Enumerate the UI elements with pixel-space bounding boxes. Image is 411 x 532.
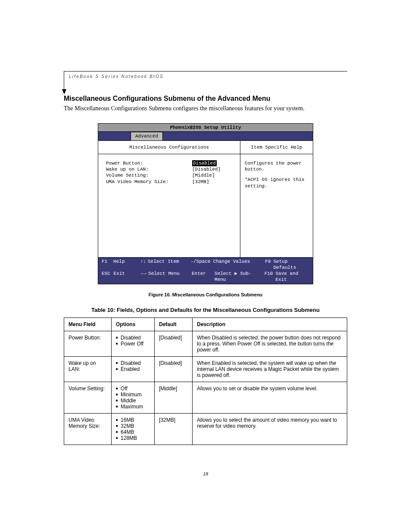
table-row: Power Button:DisabledPower Off[Disabled]…: [64, 331, 347, 356]
bios-key-label: Select ▶ Sub-Menu: [215, 271, 262, 283]
option-item: 128MB: [116, 435, 150, 441]
option-item: Minimum: [116, 392, 150, 398]
th-description: Description: [193, 317, 347, 331]
bios-footer: F1 Help ↑↓ Select Item -/Space Change Va…: [98, 257, 313, 284]
fields-table: Menu Field Options Default Description P…: [64, 317, 347, 445]
bios-key: F9: [260, 258, 273, 271]
cell-menu-field: Wake up on LAN:: [64, 356, 112, 382]
cell-menu-field: UMA Video Memory Size:: [64, 413, 112, 445]
option-item: Power Off: [116, 341, 150, 347]
bios-key-label: Exit: [113, 271, 137, 283]
bios-field-row[interactable]: Power Button: Disabled: [106, 160, 240, 166]
cell-default: [Disabled]: [155, 356, 193, 382]
bios-field-row[interactable]: Volume Setting: [Middle]: [106, 172, 240, 178]
cell-default: [Disabled]: [155, 331, 193, 356]
bios-help-title: Item Specific Help: [240, 141, 313, 154]
option-item: Disabled: [116, 335, 150, 341]
bios-field-value[interactable]: [Disabled]: [192, 166, 221, 172]
bios-key: F1: [102, 258, 113, 271]
bios-field-row[interactable]: UMA Video Memory Size: [32MB]: [106, 179, 240, 185]
section-title: Miscellaneous Configurations Submenu of …: [64, 95, 347, 103]
option-item: Maximum: [116, 404, 150, 410]
cell-options: OffMinimumMiddleMaximum: [112, 382, 155, 413]
bios-field-label: Volume Setting:: [106, 172, 192, 178]
bios-key: F10: [262, 271, 276, 283]
bios-submenu-title: Miscellaneous Configurations: [98, 141, 240, 154]
cell-description: When Disabled is selected, the power but…: [193, 331, 347, 356]
bios-key: ESC: [102, 271, 113, 283]
option-item: 16MB: [116, 417, 150, 423]
bios-key-label: Help: [113, 258, 137, 271]
cell-description: Allows you to select the amount of video…: [193, 413, 347, 445]
page-number: 18: [64, 471, 347, 477]
bios-key-label: Change Values: [213, 258, 260, 271]
bios-key: Enter: [192, 271, 215, 283]
cell-description: When Enabled is selected, the system wil…: [193, 356, 347, 382]
bios-help-body: Configures the power button. *ACPI OS ig…: [240, 154, 313, 195]
header-rule-left: [64, 71, 64, 89]
cell-default: [Middle]: [155, 382, 193, 413]
table-row: UMA Video Memory Size:16MB32MB64MB128MB[…: [64, 413, 347, 445]
bios-key: ←→: [137, 271, 148, 283]
cell-options: DisabledEnabled: [112, 356, 155, 382]
bios-key: -/Space: [190, 258, 213, 271]
option-item: 64MB: [116, 429, 150, 435]
cell-options: DisabledPower Off: [112, 331, 155, 356]
bios-key-label: Select Item: [148, 258, 190, 271]
option-item: Middle: [116, 398, 150, 404]
cell-description: Allows you to set or disable the system …: [193, 382, 347, 413]
bios-field-label: Power Button:: [106, 160, 192, 166]
bios-tab-bar: Advanced: [98, 132, 313, 140]
option-item: Off: [116, 386, 150, 392]
bios-field-value[interactable]: [Middle]: [192, 172, 215, 178]
section-intro: The Miscellaneous Configurations Submenu…: [64, 105, 347, 112]
cell-menu-field: Power Button:: [64, 331, 112, 356]
cell-default: [32MB]: [155, 413, 193, 445]
th-default: Default: [155, 317, 193, 331]
figure-caption: Figure 10. Miscellaneous Configurations …: [64, 292, 347, 297]
table-caption: Table 10: Fields, Options and Defaults f…: [64, 307, 347, 313]
cell-options: 16MB32MB64MB128MB: [112, 413, 155, 445]
bios-utility-title: PhoenixBIOS Setup Utility: [98, 124, 313, 132]
table-row: Wake up on LAN:DisabledEnabled[Disabled]…: [64, 356, 347, 382]
bios-tab-advanced[interactable]: Advanced: [131, 132, 163, 140]
header-rule-top: [64, 71, 347, 72]
bios-field-list: Power Button: Disabled Wake up on LAN: […: [98, 154, 240, 185]
table-header-row: Menu Field Options Default Description: [64, 317, 347, 331]
th-menu-field: Menu Field: [64, 317, 112, 331]
bios-screenshot: PhoenixBIOS Setup Utility Advanced Misce…: [98, 123, 313, 284]
option-item: Disabled: [116, 360, 150, 366]
bios-field-label: Wake up on LAN:: [106, 166, 192, 172]
bios-field-value[interactable]: [32MB]: [192, 179, 209, 185]
bios-key-label: Save and Exit: [275, 271, 309, 283]
th-options: Options: [112, 317, 155, 331]
cell-menu-field: Volume Setting:: [64, 382, 112, 413]
bios-field-label: UMA Video Memory Size:: [106, 179, 192, 185]
bios-field-value[interactable]: Disabled: [192, 160, 217, 166]
bios-key: ↑↓: [137, 258, 148, 271]
bios-key-label: Select Menu: [148, 271, 192, 283]
bios-field-row[interactable]: Wake up on LAN: [Disabled]: [106, 166, 240, 172]
bios-help-text: *ACPI OS ignores this setting.: [245, 177, 308, 189]
table-row: Volume Setting:OffMinimumMiddleMaximum[M…: [64, 382, 347, 413]
option-item: Enabled: [116, 366, 150, 372]
running-head: LifeBook S Series Notebook BIOS: [69, 74, 164, 79]
option-item: 32MB: [116, 423, 150, 429]
bios-help-text: Configures the power button.: [245, 160, 308, 173]
bios-key-label: Setup Defaults: [274, 258, 310, 271]
